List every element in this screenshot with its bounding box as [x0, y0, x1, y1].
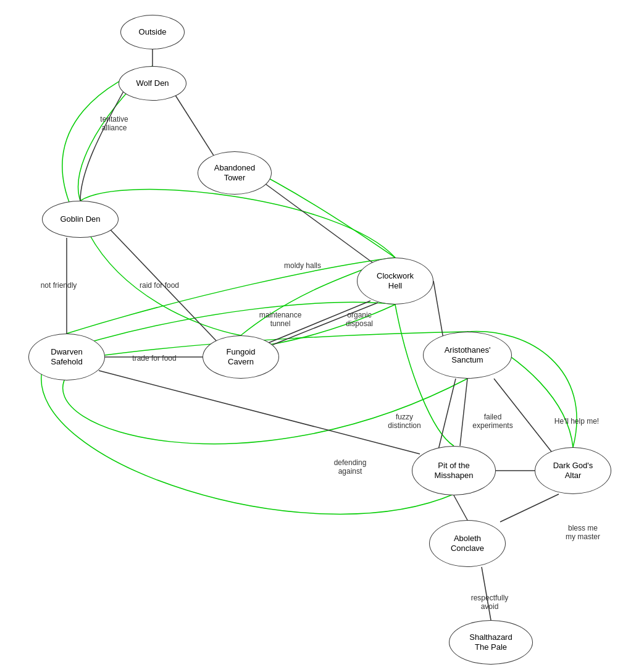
node-wolfden: Wolf Den [119, 66, 186, 101]
node-abandonedtower: AbandonedTower [198, 151, 272, 195]
node-goblinden: Goblin Den [42, 201, 119, 238]
svg-line-2 [261, 180, 377, 266]
node-shalthazard: ShalthazardThe Pale [449, 620, 533, 665]
graph-svg [0, 0, 644, 672]
svg-line-7 [273, 303, 378, 345]
svg-line-16 [482, 567, 491, 620]
svg-line-15 [500, 494, 559, 522]
node-outside: Outside [120, 15, 185, 49]
node-fungoid: FungoidCavern [203, 335, 279, 379]
node-dwarven: DwarvenSafehold [28, 334, 105, 380]
graph-container: Outside Wolf Den AbandonedTower Goblin D… [0, 0, 644, 672]
node-aboleth: AbolethConclave [429, 520, 506, 567]
node-pit: Pit of theMisshapen [412, 446, 496, 495]
node-aristothanes: Aristothanes'Sanctum [423, 332, 512, 379]
svg-line-4 [108, 227, 222, 347]
svg-line-14 [454, 495, 467, 520]
node-darkgod: Dark God'sAltar [535, 447, 611, 494]
svg-line-1 [173, 91, 216, 159]
svg-line-10 [460, 379, 467, 446]
svg-line-11 [494, 379, 556, 457]
node-clockworkhell: ClockworkHell [357, 258, 433, 304]
